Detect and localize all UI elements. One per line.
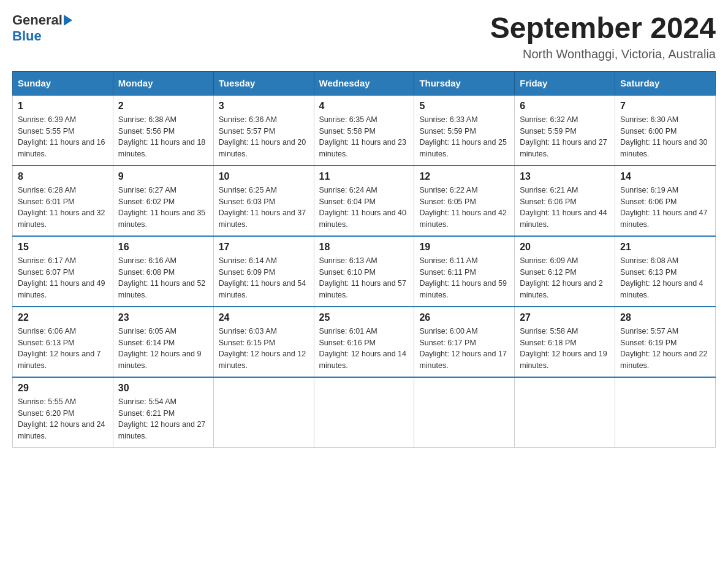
day-info: Sunrise: 6:09 AMSunset: 6:12 PMDaylight:… [520, 255, 610, 301]
weekday-header-tuesday: Tuesday [213, 71, 314, 95]
day-number: 13 [520, 171, 610, 182]
logo-general-text: General [12, 12, 63, 28]
calendar-cell: 26Sunrise: 6:00 AMSunset: 6:17 PMDayligh… [414, 307, 515, 377]
day-info: Sunrise: 6:24 AMSunset: 6:04 PMDaylight:… [319, 185, 409, 231]
day-number: 12 [419, 171, 509, 182]
day-info: Sunrise: 5:58 AMSunset: 6:18 PMDaylight:… [520, 326, 610, 372]
day-info: Sunrise: 6:32 AMSunset: 5:59 PMDaylight:… [520, 114, 610, 160]
day-info: Sunrise: 6:08 AMSunset: 6:13 PMDaylight:… [620, 255, 710, 301]
logo-blue-text: Blue [12, 28, 42, 44]
day-info: Sunrise: 6:38 AMSunset: 5:56 PMDaylight:… [118, 114, 208, 160]
calendar-cell: 20Sunrise: 6:09 AMSunset: 6:12 PMDayligh… [515, 236, 615, 307]
weekday-header-friday: Friday [515, 71, 615, 95]
calendar-cell: 1Sunrise: 6:39 AMSunset: 5:55 PMDaylight… [13, 95, 113, 166]
calendar-cell: 9Sunrise: 6:27 AMSunset: 6:02 PMDaylight… [113, 166, 213, 236]
day-info: Sunrise: 6:36 AMSunset: 5:57 PMDaylight:… [219, 114, 309, 160]
calendar-cell [314, 377, 414, 448]
calendar-cell: 18Sunrise: 6:13 AMSunset: 6:10 PMDayligh… [314, 236, 414, 307]
day-info: Sunrise: 5:55 AMSunset: 6:20 PMDaylight:… [18, 396, 108, 442]
calendar-cell: 10Sunrise: 6:25 AMSunset: 6:03 PMDayligh… [213, 166, 314, 236]
day-number: 24 [219, 312, 309, 323]
weekday-header-wednesday: Wednesday [314, 71, 414, 95]
day-number: 22 [18, 312, 108, 323]
day-number: 23 [118, 312, 208, 323]
calendar-cell: 29Sunrise: 5:55 AMSunset: 6:20 PMDayligh… [13, 377, 113, 448]
weekday-header-row: SundayMondayTuesdayWednesdayThursdayFrid… [13, 71, 716, 95]
day-info: Sunrise: 6:28 AMSunset: 6:01 PMDaylight:… [18, 185, 108, 231]
day-info: Sunrise: 6:30 AMSunset: 6:00 PMDaylight:… [620, 114, 710, 160]
day-number: 4 [319, 101, 409, 112]
day-info: Sunrise: 6:13 AMSunset: 6:10 PMDaylight:… [319, 255, 409, 301]
day-number: 29 [18, 383, 108, 394]
day-number: 6 [520, 101, 610, 112]
logo-arrow-icon [64, 15, 72, 26]
day-number: 5 [419, 101, 509, 112]
day-number: 14 [620, 171, 710, 182]
day-info: Sunrise: 6:22 AMSunset: 6:05 PMDaylight:… [419, 185, 509, 231]
day-info: Sunrise: 6:05 AMSunset: 6:14 PMDaylight:… [118, 326, 208, 372]
day-info: Sunrise: 6:27 AMSunset: 6:02 PMDaylight:… [118, 185, 208, 231]
weekday-header-sunday: Sunday [13, 71, 113, 95]
day-info: Sunrise: 6:06 AMSunset: 6:13 PMDaylight:… [18, 326, 108, 372]
day-info: Sunrise: 6:00 AMSunset: 6:17 PMDaylight:… [419, 326, 509, 372]
day-number: 19 [419, 242, 509, 253]
calendar-cell [515, 377, 615, 448]
day-number: 28 [620, 312, 710, 323]
calendar-cell: 2Sunrise: 6:38 AMSunset: 5:56 PMDaylight… [113, 95, 213, 166]
day-info: Sunrise: 6:01 AMSunset: 6:16 PMDaylight:… [319, 326, 409, 372]
weekday-header-thursday: Thursday [414, 71, 515, 95]
day-info: Sunrise: 6:33 AMSunset: 5:59 PMDaylight:… [419, 114, 509, 160]
week-row-3: 15Sunrise: 6:17 AMSunset: 6:07 PMDayligh… [13, 236, 716, 307]
day-number: 21 [620, 242, 710, 253]
weekday-header-saturday: Saturday [615, 71, 716, 95]
day-number: 2 [118, 101, 208, 112]
day-number: 7 [620, 101, 710, 112]
day-number: 10 [219, 171, 309, 182]
page-title: September 2024 [490, 12, 716, 45]
day-info: Sunrise: 5:57 AMSunset: 6:19 PMDaylight:… [620, 326, 710, 372]
calendar-cell: 25Sunrise: 6:01 AMSunset: 6:16 PMDayligh… [314, 307, 414, 377]
calendar-cell: 11Sunrise: 6:24 AMSunset: 6:04 PMDayligh… [314, 166, 414, 236]
calendar-cell: 7Sunrise: 6:30 AMSunset: 6:00 PMDaylight… [615, 95, 716, 166]
calendar-cell: 4Sunrise: 6:35 AMSunset: 5:58 PMDaylight… [314, 95, 414, 166]
calendar-cell [414, 377, 515, 448]
calendar-cell: 6Sunrise: 6:32 AMSunset: 5:59 PMDaylight… [515, 95, 615, 166]
calendar-cell: 27Sunrise: 5:58 AMSunset: 6:18 PMDayligh… [515, 307, 615, 377]
calendar-cell: 19Sunrise: 6:11 AMSunset: 6:11 PMDayligh… [414, 236, 515, 307]
location-subtitle: North Wonthaggi, Victoria, Australia [490, 47, 716, 61]
day-info: Sunrise: 6:14 AMSunset: 6:09 PMDaylight:… [219, 255, 309, 301]
week-row-5: 29Sunrise: 5:55 AMSunset: 6:20 PMDayligh… [13, 377, 716, 448]
page-header: General Blue September 2024 North Wontha… [12, 12, 716, 61]
calendar-cell: 12Sunrise: 6:22 AMSunset: 6:05 PMDayligh… [414, 166, 515, 236]
day-number: 25 [319, 312, 409, 323]
day-info: Sunrise: 6:21 AMSunset: 6:06 PMDaylight:… [520, 185, 610, 231]
day-number: 1 [18, 101, 108, 112]
day-info: Sunrise: 6:17 AMSunset: 6:07 PMDaylight:… [18, 255, 108, 301]
calendar-cell: 30Sunrise: 5:54 AMSunset: 6:21 PMDayligh… [113, 377, 213, 448]
calendar-table: SundayMondayTuesdayWednesdayThursdayFrid… [12, 71, 716, 448]
calendar-cell: 15Sunrise: 6:17 AMSunset: 6:07 PMDayligh… [13, 236, 113, 307]
day-number: 15 [18, 242, 108, 253]
week-row-4: 22Sunrise: 6:06 AMSunset: 6:13 PMDayligh… [13, 307, 716, 377]
day-info: Sunrise: 6:19 AMSunset: 6:06 PMDaylight:… [620, 185, 710, 231]
title-section: September 2024 North Wonthaggi, Victoria… [490, 12, 716, 61]
calendar-cell: 28Sunrise: 5:57 AMSunset: 6:19 PMDayligh… [615, 307, 716, 377]
day-number: 26 [419, 312, 509, 323]
day-number: 20 [520, 242, 610, 253]
calendar-cell [213, 377, 314, 448]
calendar-cell: 13Sunrise: 6:21 AMSunset: 6:06 PMDayligh… [515, 166, 615, 236]
calendar-cell: 24Sunrise: 6:03 AMSunset: 6:15 PMDayligh… [213, 307, 314, 377]
day-info: Sunrise: 6:03 AMSunset: 6:15 PMDaylight:… [219, 326, 309, 372]
calendar-cell: 14Sunrise: 6:19 AMSunset: 6:06 PMDayligh… [615, 166, 716, 236]
day-info: Sunrise: 5:54 AMSunset: 6:21 PMDaylight:… [118, 396, 208, 442]
calendar-cell: 21Sunrise: 6:08 AMSunset: 6:13 PMDayligh… [615, 236, 716, 307]
day-number: 8 [18, 171, 108, 182]
day-number: 18 [319, 242, 409, 253]
day-info: Sunrise: 6:11 AMSunset: 6:11 PMDaylight:… [419, 255, 509, 301]
day-info: Sunrise: 6:25 AMSunset: 6:03 PMDaylight:… [219, 185, 309, 231]
calendar-cell: 23Sunrise: 6:05 AMSunset: 6:14 PMDayligh… [113, 307, 213, 377]
day-number: 9 [118, 171, 208, 182]
calendar-cell: 22Sunrise: 6:06 AMSunset: 6:13 PMDayligh… [13, 307, 113, 377]
day-number: 16 [118, 242, 208, 253]
day-number: 27 [520, 312, 610, 323]
